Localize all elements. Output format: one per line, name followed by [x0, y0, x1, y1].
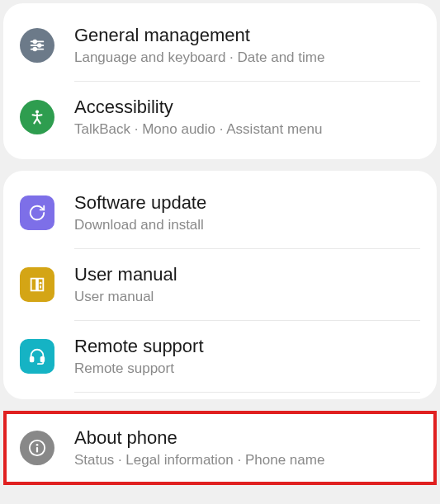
svg-rect-8	[31, 357, 34, 362]
settings-group-1: General management Language and keyboard…	[3, 3, 437, 159]
item-title: User manual	[74, 264, 420, 285]
item-title: Software update	[74, 192, 420, 214]
divider	[74, 392, 420, 393]
svg-point-7	[40, 282, 42, 285]
list-item-content: Accessibility TalkBack · Mono audio · As…	[74, 97, 420, 138]
update-icon	[20, 195, 54, 230]
list-item-content: User manual User manual	[74, 264, 420, 305]
headset-icon	[20, 339, 54, 374]
accessibility-icon	[20, 100, 54, 134]
item-subtitle: Status · Legal information · Phone name	[74, 452, 420, 469]
list-item-accessibility[interactable]: Accessibility TalkBack · Mono audio · As…	[3, 82, 437, 153]
svg-rect-12	[36, 447, 38, 452]
item-title: General management	[74, 25, 420, 46]
item-subtitle: Download and install	[74, 217, 420, 233]
list-item-general-management[interactable]: General management Language and keyboard…	[3, 10, 437, 81]
item-subtitle: TalkBack · Mono audio · Assistant menu	[74, 121, 420, 138]
list-item-content: Software update Download and install	[74, 192, 420, 233]
svg-point-4	[38, 44, 41, 47]
svg-point-6	[35, 111, 39, 114]
svg-point-11	[36, 444, 39, 446]
highlight-box: About phone Status · Legal information ·…	[3, 411, 437, 485]
item-subtitle: Remote support	[74, 360, 420, 377]
settings-group-2: Software update Download and install Use…	[3, 171, 437, 399]
list-item-software-update[interactable]: Software update Download and install	[3, 177, 437, 248]
item-title: Accessibility	[74, 97, 420, 118]
item-subtitle: Language and keyboard · Date and time	[74, 49, 420, 66]
svg-point-3	[33, 40, 36, 44]
sliders-icon	[20, 28, 54, 63]
list-item-content: About phone Status · Legal information ·…	[74, 427, 420, 469]
list-item-remote-support[interactable]: Remote support Remote support	[3, 321, 437, 392]
item-title: About phone	[74, 427, 420, 449]
manual-icon	[20, 267, 54, 302]
list-item-content: General management Language and keyboard…	[74, 25, 420, 66]
item-subtitle: User manual	[74, 289, 420, 305]
item-title: Remote support	[74, 336, 420, 357]
list-item-user-manual[interactable]: User manual User manual	[3, 249, 437, 320]
svg-point-5	[33, 48, 36, 51]
info-icon	[20, 431, 54, 465]
list-item-about-phone[interactable]: About phone Status · Legal information ·…	[7, 414, 433, 482]
list-item-content: Remote support Remote support	[74, 336, 420, 377]
